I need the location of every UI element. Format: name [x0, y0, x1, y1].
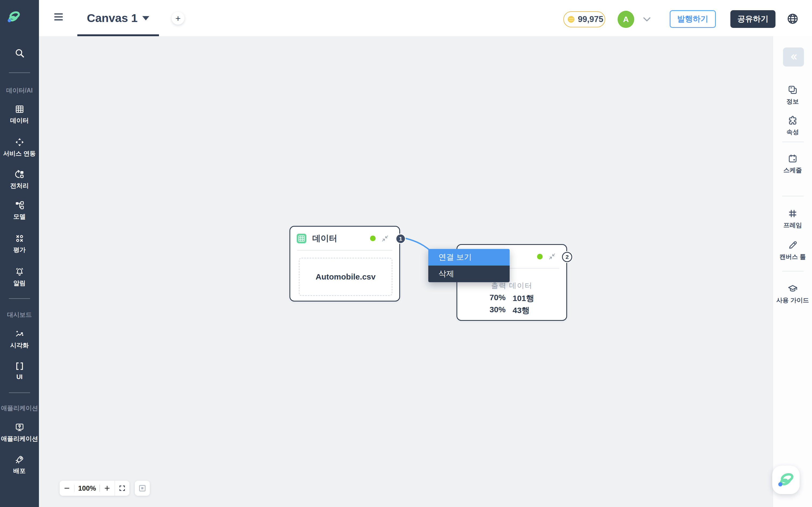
share-button[interactable]: 공유하기: [730, 10, 775, 28]
sidebar-item-ui[interactable]: UI: [0, 361, 39, 381]
chevron-down-icon[interactable]: [642, 16, 651, 22]
section-label-data-ai: 데이터/AI: [0, 87, 39, 95]
canvas-workspace[interactable]: [39, 36, 773, 507]
caret-down-icon: [142, 16, 149, 20]
credit-balance[interactable]: 99,975: [563, 11, 605, 27]
canvas-tab[interactable]: Canvas 1: [77, 0, 159, 36]
preprocess-icon: [15, 170, 24, 179]
panel-divider: [782, 142, 804, 142]
service-link-icon: [15, 137, 24, 147]
hamburger-menu-icon[interactable]: [54, 13, 63, 22]
fullscreen-button[interactable]: [115, 481, 130, 496]
left-sidebar: 데이터/AI 데이터 서비스 연동 전처리 모델: [0, 0, 39, 507]
sidebar-divider: [9, 72, 30, 73]
sidebar-item-service-link[interactable]: 서비스 연동: [0, 137, 39, 158]
globe-language-icon[interactable]: [787, 13, 799, 25]
sidebar-item-deploy[interactable]: 배포: [0, 455, 39, 475]
assistant-logo-icon: [777, 471, 795, 489]
collapse-panel-button[interactable]: [783, 48, 804, 66]
sidebar-item-application[interactable]: 애플리케이션: [0, 423, 39, 443]
search-icon[interactable]: [0, 48, 39, 60]
windows-icon: [788, 85, 798, 95]
canvas-tab-title: Canvas 1: [87, 11, 138, 25]
publish-button[interactable]: 발행하기: [670, 10, 716, 28]
panel-item-properties[interactable]: 속성: [773, 116, 812, 136]
graduation-cap-icon: [788, 284, 798, 293]
credit-amount: 99,975: [578, 14, 603, 24]
sidebar-item-data[interactable]: 데이터: [0, 105, 39, 125]
double-chevron-left-icon: [789, 53, 798, 62]
section-label-dashboard: 대시보드: [0, 311, 39, 319]
calendar-icon: [788, 154, 798, 163]
collapse-arrows-icon[interactable]: [549, 253, 556, 260]
menu-item-delete[interactable]: 삭제: [428, 266, 510, 282]
zoom-level: 100%: [74, 481, 99, 496]
data-node[interactable]: 데이터 Automobile.csv: [290, 226, 400, 301]
sidebar-item-visualization[interactable]: 시각화: [0, 329, 39, 349]
dataset-slot[interactable]: Automobile.csv: [299, 258, 392, 296]
panel-divider: [782, 271, 804, 272]
zoom-in-button[interactable]: [100, 481, 115, 496]
data-node-title: 데이터: [312, 233, 337, 244]
coin-icon: [567, 15, 575, 23]
app-logo[interactable]: [6, 10, 21, 25]
evaluate-icon: [15, 234, 24, 243]
menu-item-view-connection[interactable]: 연결 보기: [428, 249, 510, 266]
model-icon: [15, 201, 24, 210]
node-divider: [297, 250, 392, 250]
sidebar-item-preprocess[interactable]: 전처리: [0, 170, 39, 190]
avatar[interactable]: A: [618, 11, 634, 28]
dataset-file-name: Automobile.csv: [315, 272, 375, 281]
minimap-button[interactable]: [135, 481, 150, 496]
panel-item-user-guide[interactable]: 사용 가이드: [773, 284, 812, 304]
minimap-icon: [139, 485, 146, 492]
puzzle-icon: [788, 116, 798, 125]
zoom-out-button[interactable]: [60, 481, 74, 496]
table-grid-icon: [15, 105, 24, 114]
panel-item-schedule[interactable]: 스케줄: [773, 154, 812, 174]
collapse-arrows-icon[interactable]: [382, 235, 389, 242]
sidebar-item-alerts[interactable]: 알림: [0, 267, 39, 287]
execution-order-badge-1: 1: [396, 234, 406, 244]
status-dot: [370, 235, 376, 241]
panel-item-info[interactable]: 정보: [773, 85, 812, 106]
section-label-application: 애플리케이션: [0, 404, 39, 412]
frame-icon: [788, 209, 798, 218]
sidebar-item-model[interactable]: 모델: [0, 201, 39, 221]
pencil-icon: [788, 240, 798, 250]
split-percent: 30%: [490, 305, 506, 316]
sidebar-item-evaluate[interactable]: 평가: [0, 234, 39, 254]
sidebar-divider: [9, 298, 30, 299]
add-canvas-button[interactable]: +: [171, 12, 185, 25]
execution-order-badge-2: 2: [562, 252, 572, 262]
panel-item-canvas-tools[interactable]: 캔버스 툴: [773, 240, 812, 261]
app-icon: [15, 423, 24, 432]
panel-item-frame[interactable]: 프레임: [773, 209, 812, 229]
right-sidebar: 정보 속성 스케줄 프레임 캔버스 툴: [773, 36, 812, 507]
output-data-label: 출력 데이터: [491, 281, 533, 290]
brackets-icon: [15, 361, 24, 371]
table-grid-icon: [297, 234, 306, 243]
split-result-table: 70% 101행 30% 43행: [490, 293, 534, 316]
assistant-chat-button[interactable]: [772, 466, 800, 494]
zoom-toolbar: 100%: [60, 481, 130, 496]
panel-divider: [782, 196, 804, 196]
split-rows: 43행: [513, 305, 534, 316]
active-tab-underline: [77, 34, 159, 36]
split-rows: 101행: [513, 293, 534, 304]
data-node-header: 데이터: [290, 227, 399, 250]
bell-icon: [15, 267, 24, 276]
edge-context-menu: 연결 보기 삭제: [428, 249, 510, 282]
chart-icon: [15, 329, 24, 339]
sidebar-divider: [9, 392, 30, 393]
rocket-icon: [15, 455, 24, 464]
split-percent: 70%: [490, 293, 506, 304]
status-dot: [537, 254, 543, 260]
